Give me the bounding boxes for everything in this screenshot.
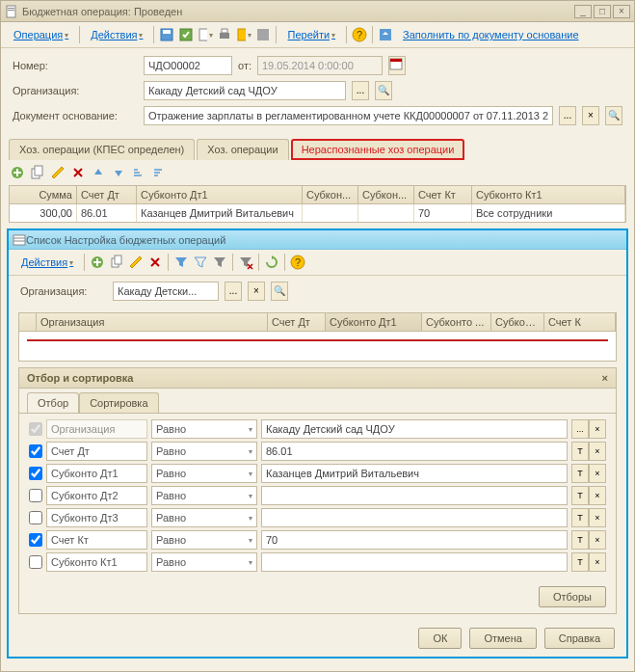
filter-clear-button[interactable]: × [589,486,606,505]
filter-operator[interactable]: Равно▾ [151,552,257,572]
cancel-button[interactable]: Отмена [469,628,536,649]
edit-row-icon[interactable] [49,164,66,181]
sub-delete-icon[interactable] [146,254,164,271]
sub-help-icon[interactable]: ? [289,254,306,271]
sub-org-input[interactable] [113,282,219,301]
col-sub2[interactable]: Субкон... [303,186,358,204]
filter-checkbox[interactable] [29,533,42,547]
sub-copy-icon[interactable] [108,254,125,271]
filter-value[interactable]: 70 [261,530,568,550]
close-button[interactable]: × [613,5,630,18]
move-up-icon[interactable] [90,164,107,181]
sub-edit-icon[interactable] [127,254,145,271]
sub-grid[interactable]: Организация Счет Дт Субконто Дт1 Субконт… [18,312,617,362]
sub-add-icon[interactable] [89,254,106,271]
sub-col-org[interactable]: Организация [37,313,268,332]
filter-checkbox[interactable] [29,422,42,436]
sub-col-sub1[interactable]: Субконто Дт1 [326,313,422,332]
filter-t-button[interactable]: T [571,464,589,483]
filter-clear-button[interactable]: × [589,464,606,483]
fill-by-doc-button[interactable]: Заполнить по документу основание [396,26,586,43]
filter-value[interactable]: 86.01 [261,442,568,461]
col-skt[interactable]: Счет Кт [414,186,472,204]
sub-org-select-button[interactable]: ... [225,282,242,301]
filter-operator[interactable]: Равно▾ [151,464,257,483]
save-icon[interactable] [158,26,175,43]
filter-checkbox[interactable] [29,489,42,502]
docbase-select-button[interactable]: ... [559,106,576,125]
filter-select-button[interactable]: ... [571,419,589,439]
filter-value[interactable] [261,552,568,572]
col-sub3[interactable]: Субкон... [358,186,414,204]
new-doc-icon[interactable] [197,26,214,43]
sub-clear-filter-icon[interactable] [237,254,254,271]
tab-hoz[interactable]: Хоз. операции [197,139,288,160]
sub-filter2-icon[interactable] [192,254,209,271]
filter-t-button[interactable]: T [571,508,589,527]
sub-refresh-icon[interactable] [263,254,280,271]
org-select-button[interactable]: ... [352,81,369,100]
col-sub1[interactable]: Субконто Дт1 [137,186,303,204]
operation-menu[interactable]: Операция [7,26,75,43]
actions-menu[interactable]: Действия [84,26,149,43]
print-icon[interactable] [216,26,233,43]
col-subkt1[interactable]: Субконто Кт1 [472,186,625,204]
sort-asc-icon[interactable] [130,164,147,181]
sort-desc-icon[interactable] [150,164,168,181]
help-icon[interactable]: ? [351,26,368,43]
col-sdt[interactable]: Счет Дт [77,186,137,204]
sub-org-search-button[interactable]: 🔍 [271,282,288,301]
filter-operator[interactable]: Равно▾ [151,508,257,527]
tab-hoz-kpes[interactable]: Хоз. операции (КПЕС определен) [9,139,195,160]
date-input[interactable] [257,56,383,75]
sub-org-clear-button[interactable]: × [248,282,265,301]
add-row-icon[interactable] [9,164,26,181]
post-icon[interactable] [177,26,195,43]
sub-col-sub2[interactable]: Субконто ... [422,313,491,332]
filter-clear-button[interactable]: × [589,552,606,572]
tab-sort[interactable]: Сортировка [79,392,158,413]
table-row[interactable]: 300,00 86.01 Казанцев Дмитрий Витальевич… [10,204,625,222]
goto-menu[interactable]: Перейти [280,26,342,43]
filter-t-button[interactable]: T [571,552,589,572]
filter-clear-button[interactable]: × [589,508,606,527]
link-icon[interactable] [254,26,272,43]
date-picker-button[interactable] [388,56,406,75]
sub-col-skt[interactable]: Счет К [544,313,616,332]
filter-operator[interactable]: Равно▾ [151,442,257,461]
ok-button[interactable]: ОК [418,628,462,649]
filter-value[interactable] [261,486,568,505]
main-grid[interactable]: Сумма Счет Дт Субконто Дт1 Субкон... Суб… [9,185,626,223]
tab-unrecognized[interactable]: Нераспознанные хоз операции [291,139,465,160]
docbase-input[interactable] [144,106,553,125]
maximize-button[interactable]: □ [594,5,611,18]
delete-row-icon[interactable] [69,164,87,181]
docbase-search-button[interactable]: 🔍 [605,106,622,125]
filter-clear-button[interactable]: × [589,419,606,439]
filter-clear-button[interactable]: × [589,530,606,550]
docbase-clear-button[interactable]: × [582,106,599,125]
filter-operator[interactable]: Равно▾ [151,419,257,439]
org-input[interactable] [144,81,346,100]
filter-t-button[interactable]: T [571,442,589,461]
filter-operator[interactable]: Равно▾ [151,486,257,505]
filter-operator[interactable]: Равно▾ [151,530,257,550]
report-icon[interactable] [235,26,252,43]
filter-checkbox[interactable] [29,444,42,458]
filter-t-button[interactable]: T [571,530,589,550]
move-down-icon[interactable] [110,164,127,181]
filter-value[interactable]: Казанцев Дмитрий Витальевич [261,464,568,483]
number-input[interactable] [144,56,232,75]
org-search-button[interactable]: 🔍 [375,81,392,100]
filter-checkbox[interactable] [29,467,42,480]
copy-row-icon[interactable] [29,164,46,181]
otbory-button[interactable]: Отборы [539,586,606,607]
filter-clear-button[interactable]: × [589,442,606,461]
filter-value[interactable]: Какаду Детский сад ЧДОУ [261,419,568,439]
filter-checkbox[interactable] [29,555,42,569]
filter-t-button[interactable]: T [571,486,589,505]
filter-value[interactable] [261,508,568,527]
sub-filter3-icon[interactable] [211,254,228,271]
help-button[interactable]: Справка [544,628,615,649]
filter-checkbox[interactable] [29,511,42,524]
